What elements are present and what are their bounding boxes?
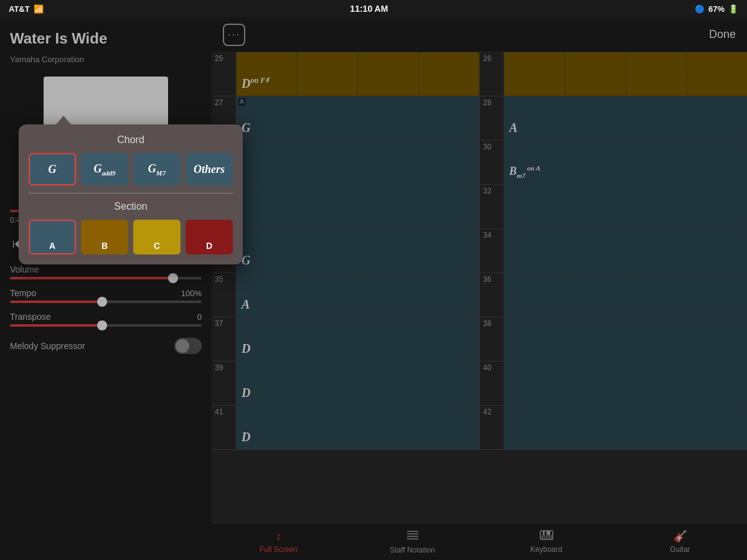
status-right: 🔵 67% 🔋 (695, 4, 738, 14)
chord-section-title: Chord (29, 134, 233, 146)
section-option-d[interactable]: D (186, 220, 233, 254)
chord-gm7-label: GM7 (148, 162, 166, 177)
battery-icon: 🔋 (728, 4, 738, 14)
chord-g-label: G (49, 163, 57, 176)
popup-overlay[interactable]: Chord G Gadd9 GM7 Others Section A B (0, 0, 747, 560)
bluetooth-icon: 🔵 (695, 4, 705, 14)
section-section-title: Section (29, 201, 233, 212)
section-option-c[interactable]: C (133, 220, 181, 254)
chord-option-others[interactable]: Others (186, 153, 233, 185)
status-bar: AT&T 📶 11:10 AM 🔵 67% 🔋 (0, 0, 747, 17)
section-option-a[interactable]: A (29, 220, 76, 254)
chord-others-label: Others (194, 163, 225, 176)
battery-label: 67% (708, 4, 725, 14)
popup-arrow (56, 116, 71, 124)
chord-options-row: G Gadd9 GM7 Others (29, 153, 233, 185)
chord-popup: Chord G Gadd9 GM7 Others Section A B (19, 124, 243, 264)
section-options-row: A B C D (29, 220, 233, 254)
chord-option-gadd9[interactable]: Gadd9 (81, 153, 128, 185)
wifi-icon: 📶 (34, 4, 44, 14)
popup-divider (29, 193, 233, 194)
status-left: AT&T 📶 (9, 4, 44, 14)
section-option-b[interactable]: B (81, 220, 128, 254)
chord-option-g[interactable]: G (29, 153, 76, 185)
status-time: 11:10 AM (350, 4, 388, 14)
chord-option-gm7[interactable]: GM7 (133, 153, 181, 185)
section-a-label: A (49, 241, 55, 251)
section-d-label: D (206, 241, 212, 251)
section-b-label: B (101, 241, 108, 251)
carrier-label: AT&T (9, 4, 30, 14)
section-c-label: C (154, 241, 160, 251)
chord-gadd9-label: Gadd9 (94, 162, 116, 177)
